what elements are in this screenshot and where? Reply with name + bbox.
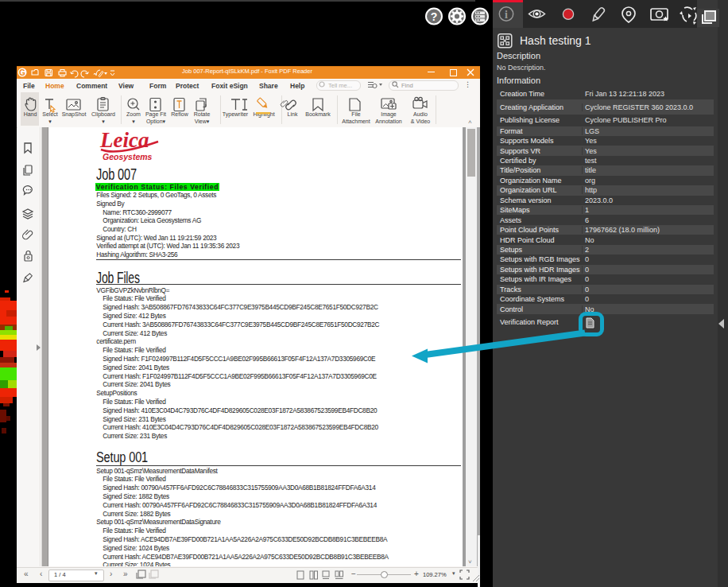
svg-text:Geosystems: Geosystems: [103, 152, 153, 161]
svg-text:Leica: Leica: [99, 128, 149, 152]
svg-text:i: i: [505, 9, 508, 21]
svg-text:G: G: [19, 68, 25, 77]
svg-text:?: ?: [431, 10, 438, 23]
